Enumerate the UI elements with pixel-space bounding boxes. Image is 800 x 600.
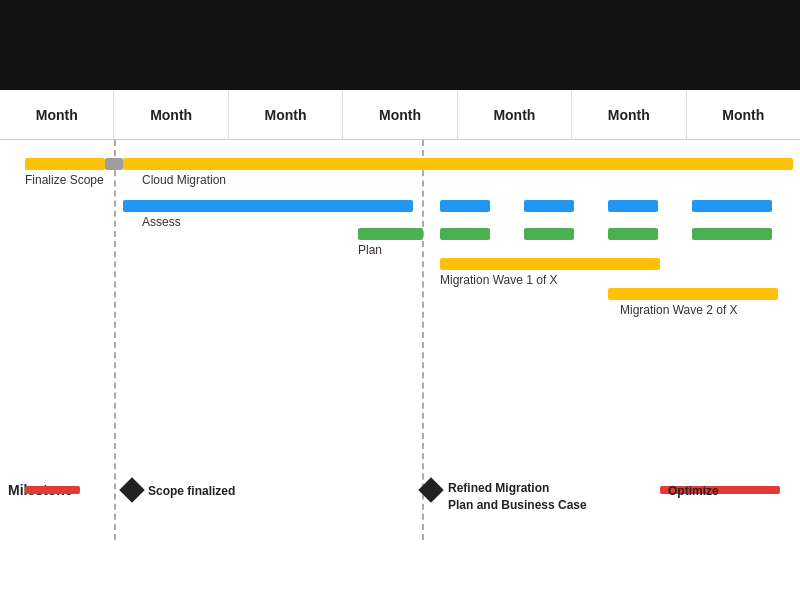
month-cell-4: Month bbox=[343, 90, 457, 139]
migration-wave2-bar bbox=[608, 288, 778, 300]
migration-wave1-label: Migration Wave 1 of X bbox=[440, 273, 558, 287]
finalize-scope-gray-bar bbox=[105, 158, 123, 170]
month-cell-1: Month bbox=[0, 90, 114, 139]
plan-label: Plan bbox=[358, 243, 382, 257]
milestone-diamond-2 bbox=[418, 477, 443, 502]
migration-wave2-label: Migration Wave 2 of X bbox=[620, 303, 738, 317]
gantt-area: Finalize Scope Cloud Migration Assess Pl… bbox=[0, 140, 800, 440]
milestone-scope-finalized: Scope finalized bbox=[148, 484, 235, 498]
assess-blue-bar-2 bbox=[440, 200, 490, 212]
month-header: Month Month Month Month Month Month Mont… bbox=[0, 90, 800, 140]
finalize-red-bar bbox=[25, 486, 80, 494]
cloud-migration-bar bbox=[123, 158, 793, 170]
milestone-section: Milestone Scope finalized Refined Migrat… bbox=[0, 450, 800, 530]
cloud-migration-label: Cloud Migration bbox=[142, 173, 226, 187]
top-bar bbox=[0, 0, 800, 90]
plan-green-bar-5 bbox=[692, 228, 772, 240]
assess-blue-bar-4 bbox=[608, 200, 658, 212]
milestone-refined-label: Refined Migration Plan and Business Case bbox=[448, 480, 587, 514]
month-cell-5: Month bbox=[458, 90, 572, 139]
migration-wave1-bar bbox=[440, 258, 660, 270]
plan-green-bar-3 bbox=[524, 228, 574, 240]
finalize-scope-label: Finalize Scope bbox=[25, 173, 104, 187]
assess-blue-bar-5 bbox=[692, 200, 772, 212]
optimize-label: Optimize bbox=[668, 484, 719, 498]
finalize-scope-orange-bar bbox=[25, 158, 105, 170]
plan-green-bar-2 bbox=[440, 228, 490, 240]
plan-green-bar-1 bbox=[358, 228, 423, 240]
month-cell-3: Month bbox=[229, 90, 343, 139]
assess-blue-bar-1 bbox=[123, 200, 413, 212]
month-cell-6: Month bbox=[572, 90, 686, 139]
assess-blue-bar-3 bbox=[524, 200, 574, 212]
assess-label: Assess bbox=[142, 215, 181, 229]
plan-green-bar-4 bbox=[608, 228, 658, 240]
month-cell-7: Month bbox=[687, 90, 800, 139]
month-cell-2: Month bbox=[114, 90, 228, 139]
milestone-diamond-1 bbox=[119, 477, 144, 502]
